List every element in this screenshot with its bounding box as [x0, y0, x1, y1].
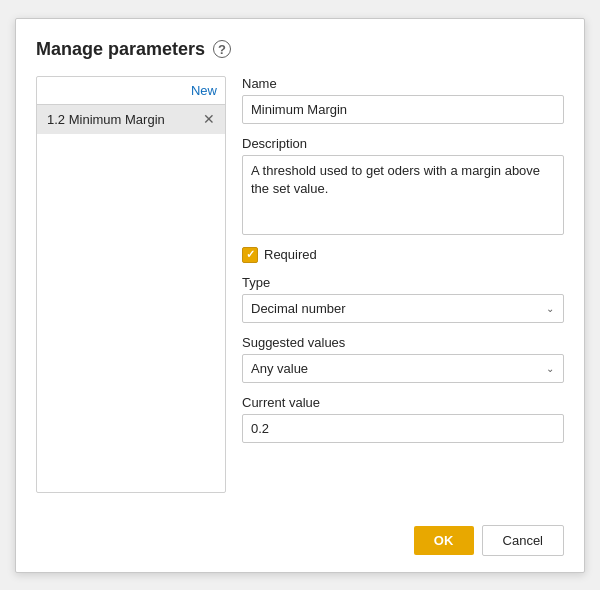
right-panel: Name Description A threshold used to get…: [242, 76, 564, 493]
cancel-button[interactable]: Cancel: [482, 525, 564, 556]
dialog-header: Manage parameters ?: [36, 39, 564, 60]
required-checkbox[interactable]: ✓: [242, 247, 258, 263]
type-select-wrapper: Decimal number Text Integer Date Boolean…: [242, 294, 564, 323]
suggested-select-wrapper: Any value List of values ⌄: [242, 354, 564, 383]
close-icon[interactable]: ✕: [203, 112, 215, 126]
name-label: Name: [242, 76, 564, 91]
dialog-title: Manage parameters: [36, 39, 205, 60]
suggested-select[interactable]: Any value List of values: [242, 354, 564, 383]
type-label: Type: [242, 275, 564, 290]
current-value-input[interactable]: [242, 414, 564, 443]
required-label: Required: [264, 247, 317, 262]
name-input[interactable]: [242, 95, 564, 124]
type-select[interactable]: Decimal number Text Integer Date Boolean: [242, 294, 564, 323]
param-item-label: 1.2 Minimum Margin: [47, 112, 165, 127]
dialog-body: New 1.2 Minimum Margin ✕ Name Descriptio…: [36, 76, 564, 493]
help-icon[interactable]: ?: [213, 40, 231, 58]
checkmark-icon: ✓: [246, 249, 255, 260]
list-item[interactable]: 1.2 Minimum Margin ✕: [37, 105, 225, 134]
manage-parameters-dialog: Manage parameters ? New 1.2 Minimum Marg…: [15, 18, 585, 573]
left-panel: New 1.2 Minimum Margin ✕: [36, 76, 226, 493]
dialog-footer: OK Cancel: [36, 513, 564, 556]
required-checkbox-group[interactable]: ✓ Required: [242, 247, 564, 263]
suggested-values-field-group: Suggested values Any value List of value…: [242, 335, 564, 383]
suggested-values-label: Suggested values: [242, 335, 564, 350]
new-button[interactable]: New: [191, 83, 217, 98]
current-value-label: Current value: [242, 395, 564, 410]
name-field-group: Name: [242, 76, 564, 124]
description-input[interactable]: A threshold used to get oders with a mar…: [242, 155, 564, 235]
description-field-group: Description A threshold used to get oder…: [242, 136, 564, 235]
current-value-field-group: Current value: [242, 395, 564, 443]
type-field-group: Type Decimal number Text Integer Date Bo…: [242, 275, 564, 323]
ok-button[interactable]: OK: [414, 526, 474, 555]
description-label: Description: [242, 136, 564, 151]
left-panel-header: New: [37, 77, 225, 105]
